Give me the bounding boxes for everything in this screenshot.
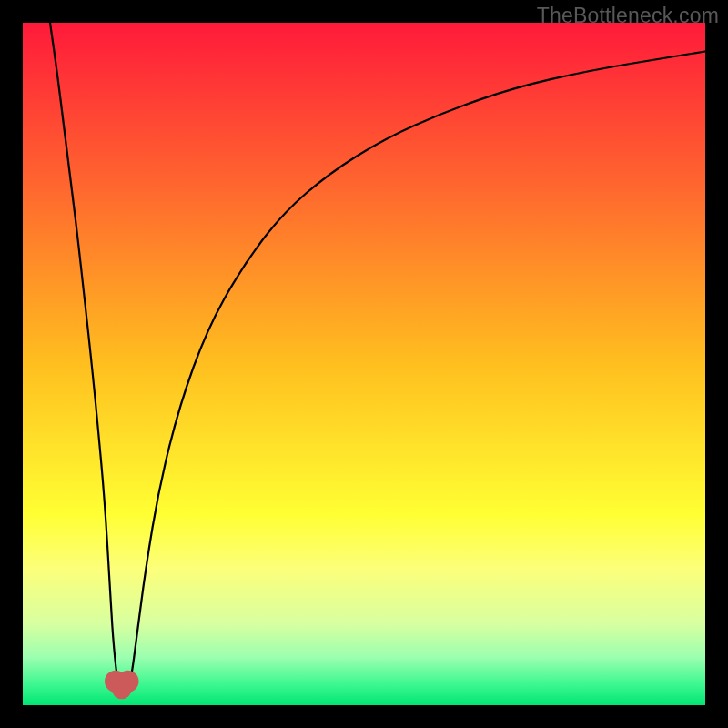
watermark-text: TheBottleneck.com [537,4,719,28]
chart-svg [23,23,705,705]
marker-min-mid [112,680,131,699]
chart-frame: TheBottleneck.com [0,0,728,728]
chart-background [23,23,705,705]
plot-area [23,23,705,705]
